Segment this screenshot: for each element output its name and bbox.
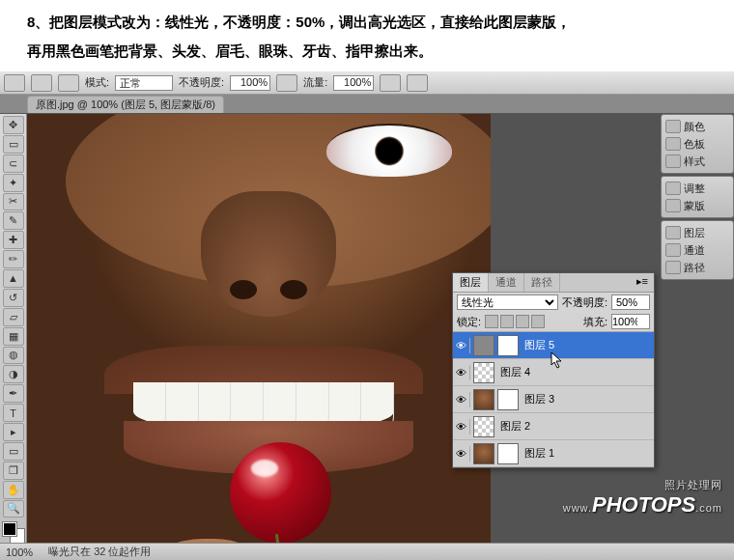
photoshop-window: 模式: 正常 不透明度: 100% 流量: 100% 原图.jpg @ 100%… [0, 71, 734, 560]
photo-nose [201, 191, 336, 317]
dodge-tool[interactable]: ◑ [3, 365, 24, 383]
visibility-eye-icon[interactable]: 👁 [455, 338, 470, 353]
layer-thumbnail[interactable] [473, 416, 494, 437]
layer-opacity-label: 不透明度: [562, 295, 607, 310]
colors-label[interactable]: 颜色 [684, 120, 705, 134]
layers-btn-icon[interactable] [665, 226, 681, 239]
layer-row[interactable]: 👁 图层 4 [453, 359, 654, 386]
layer-thumbnail[interactable] [473, 389, 494, 410]
swatches-icon[interactable] [665, 137, 681, 151]
zoom-tool[interactable]: 🔍 [3, 500, 24, 518]
foreground-color-swatch[interactable] [3, 522, 16, 536]
hand-tool[interactable]: ✋ [3, 481, 24, 499]
layer-thumbnail[interactable] [473, 443, 494, 464]
channels-btn-icon[interactable] [665, 243, 681, 257]
channels-btn-label[interactable]: 通道 [684, 243, 705, 258]
fill-label: 填充: [583, 315, 607, 329]
lock-all-icon[interactable] [531, 315, 545, 328]
healing-brush-tool[interactable]: ✚ [3, 231, 24, 249]
layers-btn-label[interactable]: 图层 [684, 226, 705, 240]
shape-tool[interactable]: ▭ [3, 442, 24, 461]
brush-panel-toggle-icon[interactable] [58, 74, 79, 92]
tab-channels[interactable]: 通道 [489, 273, 524, 292]
layer-name[interactable]: 图层 4 [497, 365, 652, 379]
layer-mask-thumbnail[interactable] [497, 389, 519, 410]
opacity-label: 不透明度: [179, 75, 224, 90]
document-canvas[interactable] [27, 114, 491, 543]
document-tab-bar: 原图.jpg @ 100% (图层 5, 图层蒙版/8) [0, 95, 734, 114]
tab-paths[interactable]: 路径 [524, 273, 560, 292]
panel-menu-icon[interactable]: ▸≡ [631, 273, 654, 292]
layer-mask-thumbnail[interactable] [497, 443, 519, 464]
tab-layers[interactable]: 图层 [453, 273, 489, 292]
adjustments-icon[interactable] [665, 182, 681, 195]
visibility-eye-icon[interactable]: 👁 [455, 419, 470, 434]
photo-nostril [230, 280, 257, 299]
blend-mode-select[interactable]: 正常 [115, 75, 173, 91]
color-swatches[interactable] [3, 522, 24, 543]
layers-channels-paths-panel: 图层 通道 路径 [661, 220, 734, 280]
swatches-label[interactable]: 色板 [684, 137, 705, 152]
paths-btn-label[interactable]: 路径 [684, 261, 705, 275]
layer-name[interactable]: 图层 1 [522, 446, 652, 461]
marquee-tool[interactable]: ▭ [3, 135, 24, 154]
layer-fill-input[interactable] [611, 314, 650, 329]
brush-tool[interactable]: ✏ [3, 250, 24, 268]
layer-name[interactable]: 图层 3 [522, 392, 652, 406]
layer-name[interactable]: 图层 2 [497, 419, 652, 434]
layer-row[interactable]: 👁 图层 2 [453, 413, 654, 440]
lock-transparency-icon[interactable] [485, 315, 498, 328]
styles-icon[interactable] [665, 154, 681, 168]
layer-blend-mode-select[interactable]: 线性光 [457, 294, 558, 310]
type-tool[interactable]: T [3, 404, 24, 422]
brush-tool-icon[interactable] [4, 74, 25, 92]
colors-icon[interactable] [665, 120, 681, 133]
layer-row[interactable]: 👁 图层 3 [453, 386, 654, 413]
flow-input[interactable]: 100% [333, 75, 374, 91]
zoom-level[interactable]: 100% [6, 546, 33, 558]
masks-label[interactable]: 蒙版 [684, 199, 705, 213]
history-brush-tool[interactable]: ↺ [3, 289, 24, 307]
toolbox: ✥ ▭ ⊂ ✦ ✂ ✎ ✚ ✏ ▲ ↺ ▱ ▦ ◍ ◑ ✒ T ▸ ▭ ❒ ✋ … [0, 114, 27, 543]
lock-label: 锁定: [457, 315, 481, 329]
styles-label[interactable]: 样式 [684, 154, 705, 169]
visibility-eye-icon[interactable]: 👁 [455, 392, 470, 407]
layer-row[interactable]: 👁 图层 1 [453, 440, 654, 467]
blur-tool[interactable]: ◍ [3, 347, 24, 365]
layer-mask-thumbnail[interactable] [497, 335, 519, 356]
magic-wand-tool[interactable]: ✦ [3, 174, 24, 192]
clone-stamp-tool[interactable]: ▲ [3, 269, 24, 288]
path-selection-tool[interactable]: ▸ [3, 423, 24, 441]
layer-opacity-input[interactable] [611, 294, 650, 310]
layer-thumbnail[interactable] [473, 335, 494, 356]
eraser-tool[interactable]: ▱ [3, 308, 24, 326]
instruction-line-1: 8、把图层模式改为：线性光，不透明度：50%，调出高光选区，直接给此图层蒙版， [27, 14, 571, 30]
document-tab[interactable]: 原图.jpg @ 100% (图层 5, 图层蒙版/8) [27, 96, 224, 113]
pen-tool[interactable]: ✒ [3, 384, 24, 403]
status-info: 曝光只在 32 位起作用 [48, 545, 151, 559]
adjustments-label[interactable]: 调整 [684, 182, 705, 196]
layer-row[interactable]: 👁 图层 5 [453, 332, 654, 359]
airbrush-icon[interactable] [380, 74, 401, 92]
lock-pixels-icon[interactable] [500, 315, 514, 328]
tablet-opacity-icon[interactable] [276, 74, 297, 92]
masks-icon[interactable] [665, 199, 681, 212]
lasso-tool[interactable]: ⊂ [3, 154, 24, 173]
gradient-tool[interactable]: ▦ [3, 327, 24, 346]
move-tool[interactable]: ✥ [3, 116, 24, 134]
paths-btn-icon[interactable] [665, 261, 681, 274]
crop-tool[interactable]: ✂ [3, 193, 24, 211]
brush-preset-picker[interactable] [31, 74, 52, 92]
photo-cherry [230, 442, 331, 543]
layers-panel: 图层 通道 路径 ▸≡ 线性光 不透明度: 锁定: 填充: 👁 [452, 272, 655, 468]
tablet-pressure-icon[interactable] [407, 74, 428, 92]
3d-tool[interactable]: ❒ [3, 462, 24, 480]
layer-thumbnail[interactable] [473, 362, 494, 383]
status-bar: 100% 曝光只在 32 位起作用 [0, 543, 734, 560]
visibility-eye-icon[interactable]: 👁 [455, 446, 470, 462]
layer-name[interactable]: 图层 5 [522, 338, 652, 352]
opacity-input[interactable]: 100% [230, 75, 270, 91]
eyedropper-tool[interactable]: ✎ [3, 211, 24, 230]
visibility-eye-icon[interactable]: 👁 [455, 365, 470, 380]
lock-position-icon[interactable] [516, 315, 529, 328]
